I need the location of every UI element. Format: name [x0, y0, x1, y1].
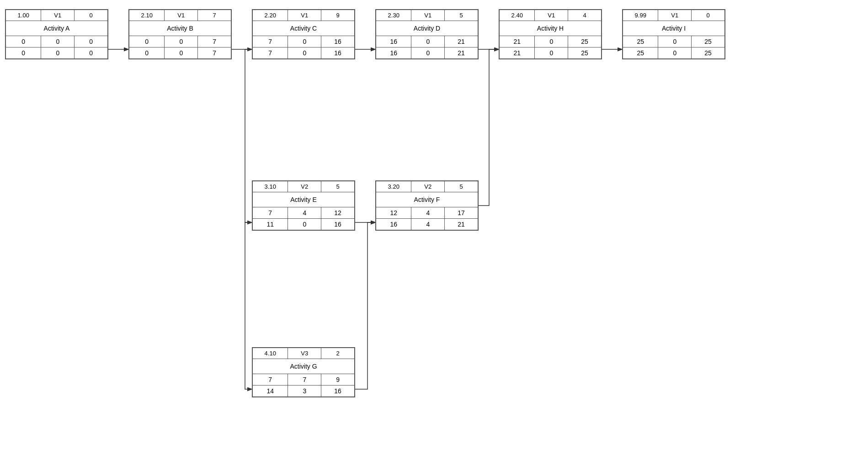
activity-b-box: 2.10 V1 7 Activity B 0 0 7 0 0 7 [128, 9, 232, 59]
activity-d-box: 2.30 V1 5 Activity D 16 0 21 16 0 21 [375, 9, 479, 59]
activity-i-name: Activity I [623, 21, 725, 36]
activity-c-header: 2.20 V1 9 [253, 10, 355, 21]
activity-h-name: Activity H [500, 21, 602, 36]
activity-g-name-row: Activity G [253, 359, 355, 374]
activity-c-duration: 9 [321, 10, 355, 21]
activity-b-header: 2.10 V1 7 [129, 10, 231, 21]
activity-b-row2: 0 0 7 [129, 48, 231, 59]
activity-f-row1: 12 4 17 [376, 207, 478, 219]
arrows-svg [0, 0, 868, 465]
activity-c-version: V1 [288, 10, 321, 21]
activity-e-name: Activity E [253, 192, 355, 207]
activity-f-duration: 5 [445, 181, 478, 192]
activity-h-duration: 4 [568, 10, 602, 21]
activity-f-header: 3.20 V2 5 [376, 181, 478, 192]
activity-d-id: 2.30 [376, 10, 411, 21]
activity-d-version: V1 [411, 10, 445, 21]
activity-d-row1: 16 0 21 [376, 36, 478, 48]
activity-i-id: 9.99 [623, 10, 658, 21]
activity-a-version: V1 [41, 10, 75, 21]
activity-i-row1: 25 0 25 [623, 36, 725, 48]
activity-e-name-row: Activity E [253, 192, 355, 207]
activity-h-header: 2.40 V1 4 [500, 10, 602, 21]
activity-f-name-row: Activity F [376, 192, 478, 207]
activity-f-row2: 16 4 21 [376, 219, 478, 230]
activity-b-name-row: Activity B [129, 21, 231, 36]
activity-g-duration: 2 [321, 348, 355, 359]
activity-d-duration: 5 [445, 10, 478, 21]
activity-d-header: 2.30 V1 5 [376, 10, 478, 21]
activity-b-name: Activity B [129, 21, 231, 36]
activity-i-box: 9.99 V1 0 Activity I 25 0 25 25 0 25 [622, 9, 725, 59]
activity-c-row1: 7 0 16 [253, 36, 355, 48]
activity-e-header: 3.10 V2 5 [253, 181, 355, 192]
activity-d-name-row: Activity D [376, 21, 478, 36]
activity-i-name-row: Activity I [623, 21, 725, 36]
activity-b-version: V1 [165, 10, 198, 21]
activity-f-name: Activity F [376, 192, 478, 207]
activity-d-name: Activity D [376, 21, 478, 36]
activity-a-header: 1.00 V1 0 [6, 10, 108, 21]
activity-b-row1: 0 0 7 [129, 36, 231, 48]
activity-g-version: V3 [288, 348, 321, 359]
activity-i-version: V1 [658, 10, 692, 21]
activity-g-header: 4.10 V3 2 [253, 348, 355, 359]
activity-f-id: 3.20 [376, 181, 411, 192]
activity-a-name: Activity A [6, 21, 108, 36]
activity-h-row1: 21 0 25 [500, 36, 602, 48]
activity-h-version: V1 [535, 10, 568, 21]
activity-f-box: 3.20 V2 5 Activity F 12 4 17 16 4 21 [375, 180, 479, 231]
activity-e-duration: 5 [321, 181, 355, 192]
activity-g-box: 4.10 V3 2 Activity G 7 7 9 14 3 16 [252, 347, 355, 397]
activity-e-box: 3.10 V2 5 Activity E 7 4 12 11 0 16 [252, 180, 355, 231]
activity-c-box: 2.20 V1 9 Activity C 7 0 16 7 0 16 [252, 9, 355, 59]
activity-e-version: V2 [288, 181, 321, 192]
activity-a-row2: 0 0 0 [6, 48, 108, 59]
activity-c-id: 2.20 [253, 10, 288, 21]
activity-d-row2: 16 0 21 [376, 48, 478, 59]
activity-g-row1: 7 7 9 [253, 374, 355, 386]
activity-e-id: 3.10 [253, 181, 288, 192]
activity-a-duration: 0 [75, 10, 108, 21]
activity-i-row2: 25 0 25 [623, 48, 725, 59]
activity-i-header: 9.99 V1 0 [623, 10, 725, 21]
activity-c-row2: 7 0 16 [253, 48, 355, 59]
activity-a-id: 1.00 [6, 10, 41, 21]
activity-c-name: Activity C [253, 21, 355, 36]
activity-b-duration: 7 [198, 10, 231, 21]
activity-g-id: 4.10 [253, 348, 288, 359]
activity-e-row1: 7 4 12 [253, 207, 355, 219]
activity-a-row1: 0 0 0 [6, 36, 108, 48]
activity-b-id: 2.10 [129, 10, 165, 21]
activity-a-name-row: Activity A [6, 21, 108, 36]
activity-h-box: 2.40 V1 4 Activity H 21 0 25 21 0 25 [499, 9, 602, 59]
activity-h-row2: 21 0 25 [500, 48, 602, 59]
activity-g-name: Activity G [253, 359, 355, 374]
activity-a-box: 1.00 V1 0 Activity A 0 0 0 0 0 0 [5, 9, 108, 59]
activity-h-id: 2.40 [500, 10, 535, 21]
activity-e-row2: 11 0 16 [253, 219, 355, 230]
activity-h-name-row: Activity H [500, 21, 602, 36]
activity-c-name-row: Activity C [253, 21, 355, 36]
activity-g-row2: 14 3 16 [253, 386, 355, 397]
activity-f-version: V2 [411, 181, 445, 192]
activity-i-duration: 0 [692, 10, 725, 21]
